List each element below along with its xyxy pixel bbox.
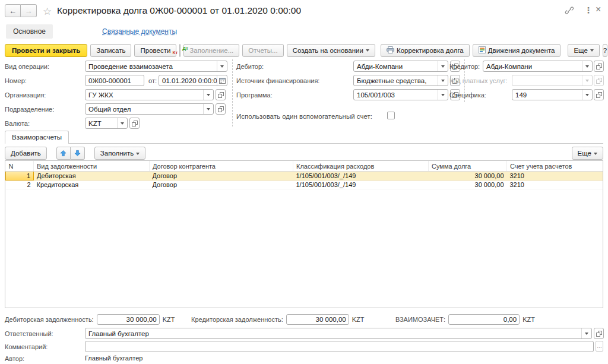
debtor-select[interactable]: Абди-Компани <box>353 61 448 72</box>
specifics-open-button[interactable] <box>594 89 604 100</box>
table-row[interactable]: 1 Дебиторская Договор 1/105/001/003/_/14… <box>6 172 604 181</box>
favorite-star-icon[interactable]: ☆ <box>43 5 52 18</box>
save-button[interactable]: Записать <box>90 44 131 57</box>
create-from-button[interactable]: Создать на основании <box>287 44 375 57</box>
chevron-down-icon[interactable] <box>217 61 227 71</box>
post-button[interactable]: Провести <box>134 44 176 57</box>
help-button[interactable]: ? <box>603 44 607 57</box>
department-open-button[interactable] <box>216 103 226 115</box>
tab-main[interactable]: Основное <box>6 24 53 39</box>
organization-select[interactable]: ГУ ЖКХ <box>85 89 214 100</box>
col-header-contract: Договор контрагента <box>150 161 293 172</box>
tab-mutual-settlements[interactable]: Взаиморасчеты <box>5 131 69 144</box>
credit-total-group: Кредиторская задолженность: 30 000,00 KZ… <box>191 314 365 325</box>
document-movements-label: Движения документа <box>488 47 555 54</box>
chevron-down-icon <box>590 49 594 53</box>
table-cell-contract[interactable]: Договор <box>150 181 293 189</box>
add-row-button[interactable]: Добавить <box>5 147 47 160</box>
chevron-down-icon[interactable] <box>117 118 127 128</box>
document-movements-button[interactable]: Движения документа <box>473 44 561 57</box>
chevron-down-icon[interactable] <box>581 328 591 338</box>
chevron-down-icon[interactable] <box>438 75 448 86</box>
funding-source-value: Бюджетные средства, <box>354 77 438 84</box>
responsible-open-button[interactable] <box>594 328 604 339</box>
forward-button[interactable]: → <box>21 4 37 17</box>
post-and-close-button[interactable]: Провести и закрыть <box>5 44 87 57</box>
debit-total-value: 30 000,00 <box>97 316 159 323</box>
table-cell-amount[interactable]: 30 000,00 <box>429 172 507 181</box>
currency-select[interactable]: KZT <box>85 118 128 129</box>
command-bar: Провести и закрыть Записать Провести Дт … <box>5 43 603 57</box>
link-icon[interactable] <box>565 6 574 16</box>
calendar-icon[interactable] <box>217 75 227 86</box>
department-select[interactable]: Общий отдел <box>85 103 214 115</box>
organization-open-button[interactable] <box>216 89 226 100</box>
credit-total-input[interactable]: 30 000,00 <box>286 314 349 325</box>
print-correction-label: Корректировка долга <box>397 47 464 54</box>
add-row-label: Добавить <box>11 150 41 157</box>
table-cell-amount[interactable]: 30 000,00 <box>429 181 507 189</box>
offset-total-label: ВЗАИМОЗАЧЕТ: <box>395 316 445 323</box>
table-cell-n[interactable]: 2 <box>6 181 34 189</box>
more-label: Еще <box>574 47 587 54</box>
close-icon[interactable]: × <box>596 4 601 15</box>
chevron-down-icon[interactable] <box>438 90 448 100</box>
debit-currency-label: KZT <box>163 316 175 323</box>
table-cell-classification[interactable]: 1/105/001/003/_/149 <box>293 181 429 189</box>
specifics-value: 149 <box>512 91 582 99</box>
table-row[interactable]: 2 Кредиторская Договор 1/105/001/003/_/1… <box>6 181 604 189</box>
table-cell-account[interactable]: 3210 <box>507 181 604 189</box>
operation-type-select[interactable]: Проведение взаимозачета <box>85 61 227 72</box>
chevron-down-icon[interactable] <box>203 104 213 114</box>
date-input[interactable]: 01.01.2020 0:00:00 <box>159 75 227 86</box>
comment-input[interactable] <box>85 341 594 352</box>
operation-type-value: Проведение взаимозачета <box>86 63 217 70</box>
help-label: ? <box>603 47 607 54</box>
chevron-down-icon[interactable] <box>582 61 592 71</box>
table-header-row: N Вид задолженности Договор контрагента … <box>6 161 604 172</box>
program-select[interactable]: 105/001/003 <box>353 89 448 100</box>
history-nav: ← → <box>5 4 37 17</box>
comment-more-button[interactable]: … <box>596 341 603 352</box>
move-up-button[interactable] <box>56 147 71 160</box>
table-cell-n[interactable]: 1 <box>6 172 34 181</box>
funding-source-select[interactable]: Бюджетные средства, <box>353 75 448 86</box>
chevron-down-icon[interactable] <box>582 90 592 100</box>
reports-button[interactable]: Отчеты... <box>242 44 283 57</box>
currency-open-button[interactable] <box>129 118 140 129</box>
debit-total-input[interactable]: 30 000,00 <box>97 314 160 325</box>
chevron-down-icon[interactable] <box>438 61 448 71</box>
reports-label: Отчеты... <box>248 47 277 54</box>
table-cell-account[interactable]: 3210 <box>507 172 604 181</box>
creditor-select[interactable]: Абди-Компани <box>483 61 593 72</box>
specifics-select[interactable]: 149 <box>512 89 593 100</box>
fill-button[interactable]: Заполнить <box>94 147 145 160</box>
table-cell-kind[interactable]: Кредиторская <box>34 181 150 189</box>
department-value: Общий отдел <box>86 106 203 113</box>
more-menu-icon[interactable]: ⋮ <box>584 5 593 15</box>
responsible-select[interactable]: Главный бухгалтер <box>85 328 592 339</box>
filling-button[interactable]: Заполнение... <box>183 44 239 57</box>
paid-services-select[interactable] <box>512 75 593 86</box>
paid-services-label: Код платных услуг: <box>449 77 507 84</box>
offset-total-input[interactable]: 0,00 <box>448 314 520 325</box>
dt-kt-button[interactable]: Дт Кт <box>179 44 180 57</box>
grid-more-button[interactable]: Еще <box>572 147 603 160</box>
chevron-down-icon[interactable] <box>203 90 213 100</box>
table-cell-classification[interactable]: 1/105/001/003/_/149 <box>293 172 429 181</box>
number-input[interactable]: 0Ж00-000001 <box>85 75 144 86</box>
back-button[interactable]: ← <box>5 4 21 17</box>
single-account-checkbox[interactable] <box>387 112 395 119</box>
related-documents-link[interactable]: Связанные документы <box>102 27 177 36</box>
move-down-button[interactable] <box>71 147 85 160</box>
col-header-account: Счет учета расчетов <box>507 161 604 172</box>
grid-toolbar: Добавить Заполнить Еще <box>5 147 603 160</box>
print-correction-button[interactable]: Корректировка долга <box>381 44 470 57</box>
program-value: 105/001/003 <box>354 91 438 99</box>
creditor-open-button[interactable] <box>594 61 604 72</box>
more-button[interactable]: Еще <box>568 44 599 57</box>
save-label: Записать <box>96 47 125 54</box>
table-cell-kind[interactable]: Дебиторская <box>34 172 150 181</box>
currency-value: KZT <box>86 120 117 127</box>
table-cell-contract[interactable]: Договор <box>150 172 293 181</box>
